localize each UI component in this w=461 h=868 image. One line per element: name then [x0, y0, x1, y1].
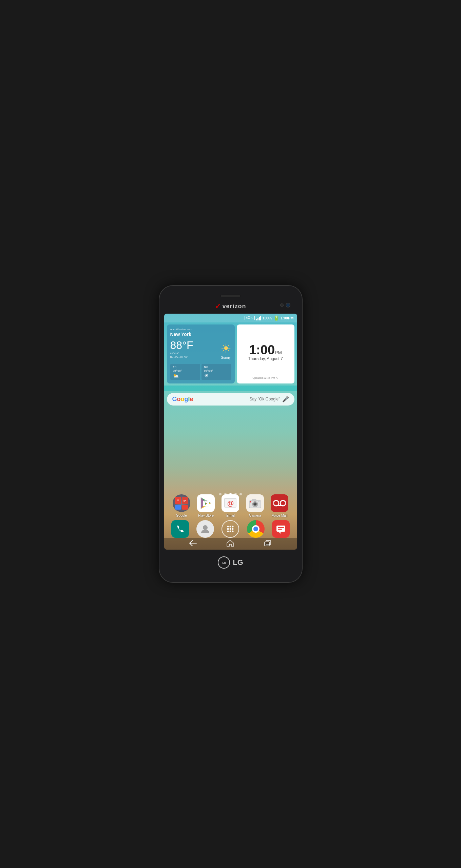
front-camera [280, 303, 290, 308]
clock-status: 1:00PM [281, 316, 294, 320]
chrome-inner-circle [252, 525, 260, 533]
nav-bar [164, 538, 297, 550]
svg-rect-33 [265, 542, 269, 546]
front-camera-lens [286, 303, 290, 308]
page-dots [164, 489, 297, 499]
widget-area: AccuWeather.com New York 88°F 89°/68° Re… [167, 324, 294, 383]
phone-app-icon [171, 520, 189, 538]
brand-area: ✓ verizon [164, 301, 297, 314]
weather-city: New York [170, 332, 231, 337]
dot-4[interactable] [234, 493, 237, 495]
google-logo: Google [172, 396, 193, 403]
sun-icon: ☀ [220, 341, 231, 356]
google-search-bar[interactable]: Google Say "Ok Google" 🎤 [167, 393, 294, 406]
clock-hours: 1:00 [249, 343, 275, 357]
accu-source: AccuWeather.com [170, 328, 231, 331]
dock [164, 520, 297, 538]
svg-rect-9 [252, 499, 256, 501]
app-label-google: Google [176, 514, 187, 517]
svg-point-14 [250, 501, 251, 502]
weather-widget[interactable]: AccuWeather.com New York 88°F 89°/68° Re… [167, 324, 235, 383]
clock-updated: Updated 12:45 PM ↻ [252, 376, 278, 379]
app-label-voicemail: Voice Mail [272, 514, 287, 517]
ok-google-prompt[interactable]: Say "Ok Google" 🎤 [250, 396, 289, 402]
chrome-app-icon [247, 520, 265, 538]
svg-point-22 [227, 528, 229, 530]
forecast-sat-icon: ☀ [204, 373, 229, 378]
lte-indicator: 4G↑↓ [245, 316, 254, 320]
signal-indicator [256, 316, 261, 320]
signal-bar-4 [260, 316, 261, 320]
dot-1[interactable] [219, 493, 222, 495]
svg-point-19 [227, 526, 229, 528]
dock-phone[interactable] [171, 520, 189, 538]
signal-bar-2 [257, 318, 258, 320]
weather-main: 88°F 89°/68° RealFeel® 90° ☀ Sunny [170, 339, 231, 362]
clock-date: Thursday, August 7 [248, 356, 283, 361]
svg-point-18 [203, 525, 208, 530]
battery-icon: 🔋 [273, 315, 279, 321]
svg-rect-30 [278, 527, 284, 528]
clock-widget[interactable]: 1:00PM Thursday, August 7 Updated 12:45 … [237, 324, 294, 383]
forecast-fri: Fri 88°/68° ⛅ [170, 364, 200, 380]
accent-strip [164, 386, 297, 391]
phone-screen: 4G↑↓ 100% 🔋 1:00PM AccuWeather.com New Y… [164, 314, 297, 550]
svg-point-23 [230, 528, 231, 530]
svg-point-20 [230, 526, 231, 528]
signal-bar-3 [259, 317, 260, 320]
app-label-camera: Camera [249, 514, 261, 517]
phone-top-area [164, 292, 297, 301]
dock-contacts[interactable] [196, 520, 214, 538]
recent-button[interactable] [264, 540, 272, 548]
verizon-logo: verizon [222, 303, 246, 310]
app-label-email: Email [226, 514, 235, 517]
lg-text: LG [233, 558, 243, 567]
signal-bar-1 [256, 319, 257, 320]
lg-circle-icon: ʟɢ [218, 556, 230, 569]
app-label-play-store: Play Store [198, 514, 214, 517]
svg-marker-29 [278, 532, 281, 534]
condition-label: Sunny [220, 356, 231, 359]
sensor-dot [280, 303, 284, 307]
svg-point-12 [254, 503, 256, 505]
dot-3-active[interactable] [229, 493, 232, 495]
lg-logo: ʟɢ LG [218, 556, 243, 569]
battery-percent: 100% [263, 316, 272, 320]
svg-rect-28 [276, 526, 285, 532]
messenger-icon [272, 520, 290, 538]
speaker-grille [220, 295, 241, 297]
svg-point-25 [227, 531, 229, 532]
phone-bottom: ʟɢ LG [164, 550, 297, 572]
home-button[interactable] [227, 540, 234, 548]
phone-device: ✓ verizon 4G↑↓ 100% 🔋 1:00PM A [159, 286, 302, 583]
weather-details: 89°/68° RealFeel® 90° [170, 352, 193, 359]
forecast-sat: Sat 86°/65° ☀ [201, 364, 231, 380]
svg-point-21 [232, 526, 234, 528]
apps-drawer-icon [222, 520, 239, 538]
dock-messenger[interactable] [272, 520, 290, 538]
svg-point-26 [230, 531, 231, 532]
svg-rect-31 [278, 529, 282, 530]
svg-point-24 [232, 528, 234, 530]
clock-display: 1:00PM Thursday, August 7 [248, 343, 283, 361]
back-button[interactable] [189, 540, 197, 548]
svg-rect-13 [258, 501, 260, 502]
status-bar: 4G↑↓ 100% 🔋 1:00PM [164, 314, 297, 322]
svg-rect-17 [276, 505, 283, 506]
mic-icon[interactable]: 🎤 [282, 396, 289, 402]
clock-ampm: PM [275, 350, 282, 355]
dot-5[interactable] [239, 493, 242, 495]
dock-chrome[interactable] [247, 520, 265, 538]
refresh-icon: ↻ [276, 376, 278, 379]
forecast-fri-icon: ⛅ [173, 373, 197, 378]
dot-2[interactable] [224, 493, 227, 495]
contacts-icon [196, 520, 214, 538]
dock-apps-drawer[interactable] [222, 520, 239, 538]
forecast-row: Fri 88°/68° ⛅ Sat 86°/65° ☀ [170, 364, 231, 380]
svg-point-27 [232, 531, 234, 532]
temperature: 88°F [170, 339, 193, 352]
